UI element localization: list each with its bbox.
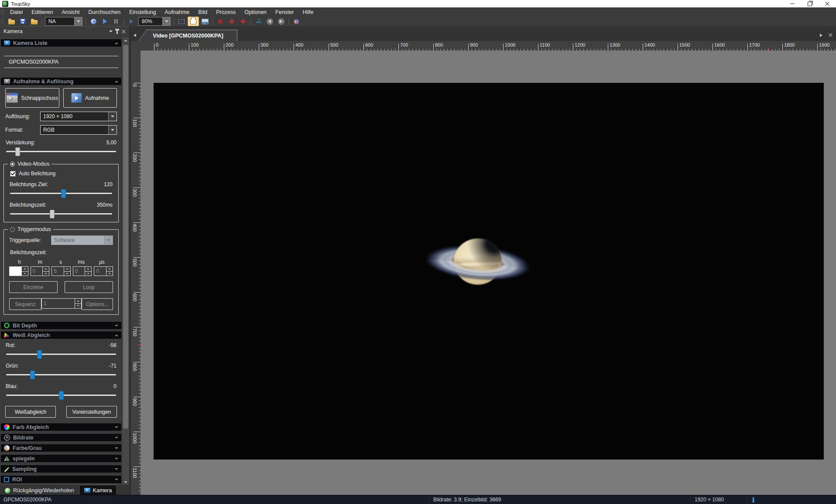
spin-down-icon[interactable] (64, 272, 70, 276)
effects-button[interactable] (291, 17, 302, 26)
video-document-tab[interactable]: Video [GPCMOS02000KPA] (139, 30, 237, 41)
resolution-select[interactable]: 1920 × 1080 (40, 112, 117, 121)
sequence-button[interactable]: Sequenz (9, 298, 41, 310)
video-mode-radio[interactable] (10, 162, 15, 167)
save-button[interactable] (17, 17, 28, 26)
spin-down-icon[interactable] (106, 272, 113, 276)
menu-hilfe[interactable]: Hilfe (298, 7, 318, 17)
section-roi[interactable]: ROI (1, 476, 121, 483)
image-view-button[interactable] (200, 17, 210, 26)
menu-prozess[interactable]: Prozess (212, 7, 240, 17)
presets-button[interactable]: Voreinstellungen (66, 406, 117, 418)
restore-button[interactable] (801, 0, 819, 7)
marker-button-1[interactable] (226, 17, 237, 26)
device-name[interactable]: GPCMOS02000KPA (4, 59, 118, 65)
timer-button[interactable] (88, 17, 99, 26)
red-slider[interactable] (6, 350, 116, 358)
chevron-down-icon[interactable] (109, 31, 113, 32)
image-canvas[interactable] (140, 51, 836, 495)
gain-slider-thumb[interactable] (15, 147, 20, 156)
na-combo[interactable]: NA (45, 17, 82, 26)
spin-up-icon[interactable] (85, 267, 91, 272)
gain-slider[interactable] (6, 147, 116, 155)
hours-value[interactable] (9, 266, 22, 276)
menu-optionen[interactable]: Optionen (240, 7, 271, 17)
menu-aufnahme[interactable]: Aufnahme (160, 7, 194, 17)
red-slider-thumb[interactable] (37, 350, 42, 359)
menu-einstellung[interactable]: Einstellung (125, 7, 160, 17)
document-close-icon[interactable] (829, 33, 833, 37)
dropdown-arrow-icon[interactable] (108, 126, 116, 134)
seconds-spinner[interactable]: 5 (51, 266, 71, 276)
auto-exposure-checkbox[interactable] (10, 171, 16, 177)
options-button[interactable]: Options... (82, 298, 113, 310)
exposure-target-slider[interactable] (10, 189, 112, 197)
spin-down-icon[interactable] (85, 272, 91, 276)
record-button[interactable]: Aufnahme (63, 88, 117, 108)
play-button[interactable] (99, 17, 110, 26)
tab-scroll-right-button[interactable] (820, 34, 822, 37)
minutes-value[interactable]: 0 (31, 266, 43, 276)
exposure-target-thumb[interactable] (61, 189, 66, 198)
blue-slider-thumb[interactable] (59, 391, 64, 400)
forward-button[interactable] (276, 17, 286, 26)
panel-scrollbar[interactable] (122, 37, 129, 485)
green-slider-thumb[interactable] (30, 371, 35, 379)
section-aufnahme-aufloesung[interactable]: Aufnahme & Auflösung (1, 78, 121, 85)
sequence-count-spinner[interactable]: 1 (41, 298, 82, 309)
trigger-mode-radio[interactable] (10, 227, 15, 232)
zoom-select-button[interactable] (176, 17, 187, 26)
exposure-time-slider[interactable] (10, 210, 112, 218)
microseconds-value[interactable]: 0 (94, 266, 106, 276)
na-combo-arrow[interactable] (74, 17, 82, 25)
zoom-combo[interactable]: 80% (138, 17, 171, 26)
milliseconds-value[interactable]: 0 (73, 266, 86, 276)
close-button[interactable] (819, 0, 836, 7)
white-balance-button[interactable]: Weißabgleich (5, 406, 56, 418)
toolbar-grip[interactable] (1, 19, 3, 24)
menubar-grip[interactable] (1, 9, 3, 15)
scroll-up-button[interactable] (122, 37, 129, 44)
menu-durchsuchen[interactable]: Durchsuchen (84, 7, 125, 17)
minutes-spinner[interactable]: 0 (31, 266, 50, 276)
milliseconds-spinner[interactable]: 0 (73, 266, 92, 276)
spin-down-icon[interactable] (75, 304, 81, 309)
snapshot-button[interactable]: Schnappschuss (5, 88, 59, 108)
pin-icon[interactable] (116, 30, 118, 34)
blue-slider[interactable] (6, 391, 116, 399)
menu-ansicht[interactable]: Ansicht (58, 7, 84, 17)
hours-spinner[interactable] (9, 266, 28, 276)
spin-up-icon[interactable] (106, 267, 113, 272)
video-frame[interactable] (154, 83, 824, 460)
sequence-count-value[interactable]: 1 (41, 298, 75, 309)
section-spiegeln[interactable]: spiegeln (1, 455, 121, 462)
seconds-value[interactable]: 5 (51, 266, 64, 276)
delete-button[interactable] (215, 17, 226, 26)
section-bildrate[interactable]: Bildrate (1, 434, 121, 441)
scrollbar-thumb[interactable] (123, 45, 128, 429)
open-button[interactable] (6, 17, 17, 26)
section-kamera-liste[interactable]: Kamera Liste (1, 39, 121, 47)
spin-up-icon[interactable] (22, 267, 28, 272)
spin-down-icon[interactable] (22, 272, 28, 276)
microseconds-spinner[interactable]: 0 (94, 266, 113, 276)
section-bit-depth[interactable]: Bit Depth (1, 322, 121, 329)
exposure-time-thumb[interactable] (50, 210, 55, 218)
tab-scroll-left-button[interactable] (134, 34, 136, 37)
menu-datei[interactable]: Datei (6, 7, 27, 17)
section-weiss-abgleich[interactable]: Weiß Abgleich (1, 331, 121, 339)
marker-button-2[interactable] (238, 17, 248, 26)
browse-button[interactable] (29, 17, 39, 26)
spin-down-icon[interactable] (43, 272, 49, 276)
tab-rueckgaengig-wiederholen[interactable]: Rückgängig/Wiederholen (0, 486, 79, 495)
panel-close-icon[interactable] (122, 30, 126, 34)
spin-up-icon[interactable] (75, 299, 81, 304)
menu-editieren[interactable]: Editieren (27, 7, 57, 17)
section-farb-abgleich[interactable]: Farb Abgleich (1, 423, 121, 431)
menu-fenster[interactable]: Fenster (271, 7, 298, 17)
loop-trigger-button[interactable]: Loop (65, 281, 113, 293)
zoom-combo-arrow[interactable] (162, 17, 170, 25)
redo-action-button[interactable] (126, 17, 137, 26)
tab-kamera[interactable]: Kamera (79, 485, 117, 495)
minimize-button[interactable] (784, 0, 801, 7)
